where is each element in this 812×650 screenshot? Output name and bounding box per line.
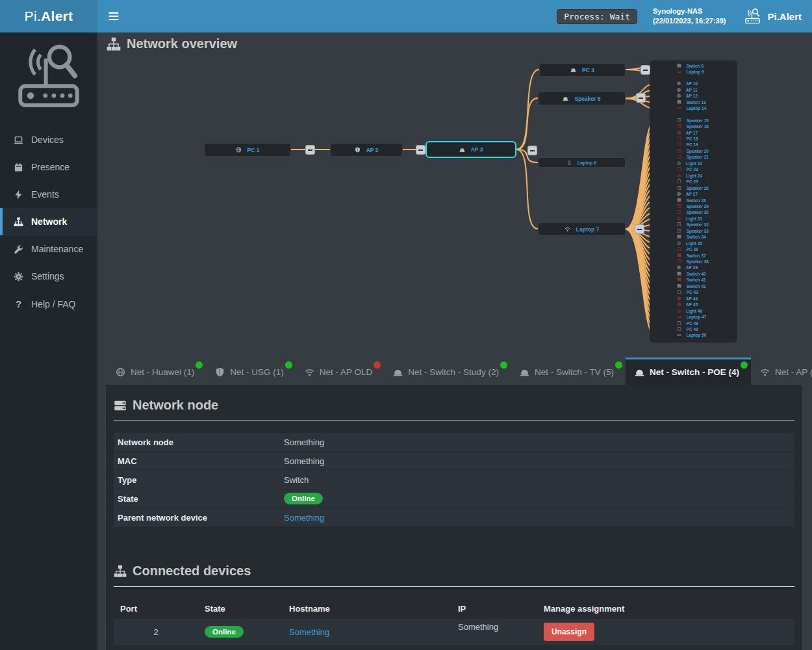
tab-label: Net - Switch - Study (2) (408, 367, 499, 377)
device-row[interactable]: ▢PC 19 (650, 142, 737, 148)
device-row[interactable]: ▭Laptop 50 (650, 332, 737, 338)
device-row[interactable]: ◎Light 22 (650, 161, 737, 166)
device-row[interactable]: ▢PC 48 (650, 320, 737, 326)
sidebar-item-events[interactable]: Events (0, 181, 97, 208)
device-row[interactable]: ▢PC 49 (650, 326, 737, 332)
brand[interactable]: Pi.Alert (744, 8, 802, 25)
device-row[interactable]: ◫Speaker 26 (650, 185, 737, 191)
device-row[interactable]: ◫Speaker 29 (650, 203, 737, 209)
connected-device-row: 2 Online Something Something Unassign (114, 619, 794, 645)
device-label: Switch 28 (687, 198, 706, 203)
sidebar-item-settings[interactable]: Settings (0, 263, 97, 290)
collapse-button[interactable] (641, 65, 650, 75)
sidebar-item-help[interactable]: ?Help / FAQ (0, 290, 97, 318)
device-row[interactable]: ▤Switch 37 (650, 253, 737, 259)
status-dot-offline (374, 361, 381, 369)
collapse-button[interactable] (416, 145, 425, 155)
collapse-button[interactable] (305, 145, 315, 155)
device-row[interactable]: ◎Light 24 (650, 173, 737, 179)
device-row[interactable]: ◫Speaker 33 (650, 228, 737, 234)
tab-net-ap-old[interactable]: Net - AP OLD (296, 358, 385, 385)
device-row[interactable]: ▭Laptop 14 (650, 105, 737, 111)
device-row[interactable]: ◍AP 12 (650, 93, 737, 99)
laptop-device-icon: ▭ (677, 70, 681, 74)
app-logo[interactable]: Pi.Alert (0, 0, 97, 32)
device-row[interactable]: ▭Laptop 47 (650, 314, 737, 320)
device-row[interactable]: ▤Switch 41 (650, 277, 737, 283)
device-row[interactable]: ▭Laptop 9 (650, 69, 737, 75)
device-row[interactable]: ▤Switch 28 (650, 198, 737, 203)
tab-net-switch-tv[interactable]: Net - Switch - TV (5) (511, 358, 626, 385)
sidebar-item-presence[interactable]: Presence (0, 153, 97, 181)
section-title: Connected devices (133, 564, 251, 578)
device-row[interactable]: ◫Speaker 15 (650, 118, 737, 124)
diagram-node-ap3-selected[interactable]: AP 3 (425, 141, 516, 158)
device-row[interactable]: ▢PC 36 (650, 246, 737, 252)
diagram-node-speaker5[interactable]: Speaker 5 (538, 92, 626, 105)
collapse-button[interactable] (527, 146, 537, 155)
device-label: AP 27 (686, 192, 698, 196)
diagram-node-pc1[interactable]: PC 1 (204, 143, 291, 157)
device-row[interactable]: ▤Switch 40 (650, 271, 737, 277)
manage-cell: Unassign (537, 623, 794, 641)
diagram-node-laptop6[interactable]: Laptop 6 (538, 157, 626, 168)
network-tabs: Net - Huawei (1) Net - USG (1) Net - AP … (107, 358, 812, 385)
device-row[interactable]: ◍AP 39 (650, 265, 737, 270)
tab-net-switch-poe[interactable]: Net - Switch - POE (4) (626, 358, 751, 385)
device-label: Switch 37 (687, 254, 706, 258)
collapse-button[interactable] (635, 224, 644, 234)
device-label: AP 17 (686, 131, 698, 135)
device-row[interactable]: ◍AP 27 (650, 191, 737, 197)
tab-net-ap[interactable]: Net - AP (36) (751, 358, 812, 385)
hostname-link[interactable]: Something (289, 627, 329, 637)
device-row[interactable]: ◍AP 45 (650, 302, 737, 307)
device-row[interactable]: ◫Speaker 16 (650, 124, 737, 129)
field-value: Something (284, 437, 324, 447)
parent-device-link[interactable]: Something (284, 513, 324, 523)
sidebar-item-label: Help / FAQ (31, 299, 75, 309)
collapse-button[interactable] (636, 93, 646, 103)
tab-net-usg[interactable]: Net - USG (1) (206, 358, 296, 385)
type-row: TypeSwitch (114, 471, 794, 489)
diagram-node-laptop7[interactable]: Laptop 7 (538, 222, 626, 236)
device-row[interactable]: ▢PC 43 (650, 289, 737, 295)
device-row[interactable]: ◍AP 11 (650, 87, 737, 93)
device-row[interactable]: ▢PC 18 (650, 136, 737, 142)
device-row[interactable]: ▢PC 23 (650, 166, 737, 172)
pc-device-icon: ▢ (677, 167, 681, 172)
hamburger-menu-icon[interactable] (108, 10, 120, 22)
device-row[interactable]: ◫Speaker 30 (650, 209, 737, 215)
sidebar-item-network[interactable]: Network (0, 208, 97, 235)
device-row[interactable]: ▢PC 25 (650, 179, 737, 185)
column-header-ip: IP (451, 604, 537, 614)
tab-net-switch-study[interactable]: Net - Switch - Study (2) (384, 358, 511, 385)
device-row[interactable]: ◎Light 31 (650, 216, 737, 222)
sidebar-item-maintenance[interactable]: Maintenance (0, 235, 97, 263)
tab-net-huawei[interactable]: Net - Huawei (1) (107, 358, 206, 385)
diagram-node-ap2[interactable]: AP 2 (330, 143, 403, 157)
network-edge (516, 150, 538, 229)
page-title: Network overview (107, 36, 237, 51)
device-row[interactable]: ▤Switch 42 (650, 283, 737, 289)
device-row[interactable]: ◫Speaker 20 (650, 148, 737, 154)
device-row[interactable]: ▤Switch 8 (650, 63, 737, 69)
node-label: PC 4 (582, 67, 594, 73)
device-label: AP 44 (686, 296, 698, 301)
device-row[interactable]: ◫Speaker 32 (650, 222, 737, 228)
globe-icon (116, 367, 125, 377)
device-row[interactable]: ◎Light 46 (650, 308, 737, 314)
device-row[interactable]: ▤Switch 13 (650, 99, 737, 105)
device-row[interactable]: ◫Speaker 38 (650, 259, 737, 265)
device-row[interactable]: ▤Switch 34 (650, 234, 737, 240)
sidebar-item-devices[interactable]: Devices (0, 126, 97, 153)
device-row[interactable]: ◫Speaker 21 (650, 154, 737, 160)
device-row[interactable]: ◍AP 17 (650, 130, 737, 136)
device-row[interactable]: ◍AP 10 (650, 81, 737, 86)
device-label: AP 11 (686, 88, 698, 92)
device-label: Laptop 47 (687, 315, 707, 319)
diagram-node-pc4[interactable]: PC 4 (539, 63, 626, 77)
device-label: AP 39 (686, 265, 698, 270)
unassign-button[interactable]: Unassign (544, 623, 594, 641)
device-row[interactable]: ◍AP 44 (650, 296, 737, 302)
device-row[interactable]: ◎Light 35 (650, 240, 737, 246)
